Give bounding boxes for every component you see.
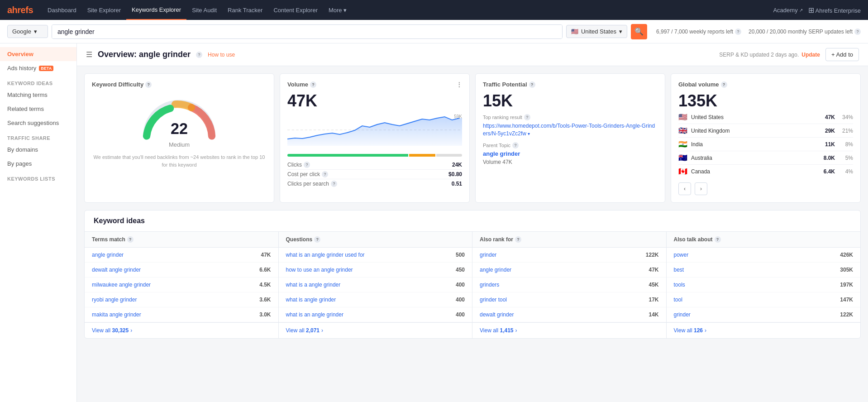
how-to-use-link[interactable]: How to use xyxy=(208,52,235,58)
sidebar-item-related-terms[interactable]: Related terms xyxy=(0,102,76,116)
info-icon[interactable]: ? xyxy=(735,29,741,35)
ki-link[interactable]: angle grinder xyxy=(480,267,511,273)
nav-rank-tracker[interactable]: Rank Tracker xyxy=(222,0,268,20)
nav-content-explorer[interactable]: Content Explorer xyxy=(268,0,323,20)
sidebar-item-ads-history[interactable]: Ads history BETA xyxy=(0,61,76,75)
search-input[interactable] xyxy=(52,25,562,38)
add-to-button[interactable]: + Add to xyxy=(825,48,859,61)
ki-view-all[interactable]: View all 126 › xyxy=(667,322,861,338)
nav-keywords-explorer[interactable]: Keywords Explorer xyxy=(126,0,186,20)
view-all-count: 1,415 xyxy=(500,327,513,334)
ki-link[interactable]: grinder xyxy=(480,252,496,258)
menu-icon[interactable]: ☰ xyxy=(86,50,92,59)
parent-topic-link[interactable]: angle grinder xyxy=(483,150,658,157)
ki-view-all[interactable]: View all 1,415 › xyxy=(472,322,666,338)
chevron-down-icon: ▾ xyxy=(528,131,530,136)
prev-arrow[interactable]: ‹ xyxy=(678,182,691,195)
cpc-row: Cost per click ? $0.80 xyxy=(287,170,462,179)
info-icon[interactable]: ? xyxy=(145,81,152,88)
top-result-url[interactable]: https://www.homedepot.com/b/Tools-Power-… xyxy=(483,122,658,138)
info-icon[interactable]: ? xyxy=(721,81,727,88)
info-icon[interactable]: ? xyxy=(304,162,310,168)
ki-link[interactable]: how to use an angle grinder xyxy=(286,267,353,273)
volume-menu-icon[interactable]: ⋮ xyxy=(456,81,462,88)
sidebar-item-by-pages[interactable]: By pages xyxy=(0,157,76,171)
ki-link[interactable]: power xyxy=(674,252,689,258)
info-icon[interactable]: ? xyxy=(127,236,134,243)
country-volume: 29K xyxy=(825,128,835,134)
ki-link[interactable]: milwaukee angle grinder xyxy=(92,282,151,288)
sidebar-item-matching-terms[interactable]: Matching terms xyxy=(0,88,76,102)
sidebar-item-overview[interactable]: Overview xyxy=(0,47,76,61)
ki-link[interactable]: dewalt angle grinder xyxy=(92,267,141,273)
nav-more[interactable]: More ▾ xyxy=(323,0,352,20)
ki-link[interactable]: makita angle grinder xyxy=(92,311,141,318)
view-all-label: View all 1,415 xyxy=(480,327,514,334)
ki-link[interactable]: grinder tool xyxy=(480,297,507,303)
main-content: ☰ Overview: angle grinder ? How to use S… xyxy=(77,43,868,402)
info-icon[interactable]: ? xyxy=(322,171,328,177)
ki-row: grinders 45K xyxy=(472,278,666,292)
info-icon[interactable]: ? xyxy=(314,236,320,243)
info-icon[interactable]: ? xyxy=(715,236,721,243)
ki-link[interactable]: tools xyxy=(674,282,685,288)
ki-num: 426K xyxy=(840,252,853,258)
info-icon[interactable]: ? xyxy=(310,81,316,88)
ki-col-header: Also rank for ? xyxy=(472,232,666,248)
ki-link[interactable]: angle grinder xyxy=(92,252,124,258)
info-icon[interactable]: ? xyxy=(515,236,521,243)
info-icon[interactable]: ? xyxy=(512,142,519,148)
traffic-value: 15K xyxy=(483,91,658,110)
info-icon[interactable]: ? xyxy=(529,81,535,88)
ki-link[interactable]: ryobi angle grinder xyxy=(92,297,137,303)
view-all-count: 30,325 xyxy=(112,327,129,334)
kd-card: Keyword Difficulty ? 22 xyxy=(84,73,274,203)
country-name: Australia xyxy=(691,155,820,161)
ki-num: 450 xyxy=(456,267,465,273)
ki-view-all[interactable]: View all 2,071 › xyxy=(279,322,472,338)
country-select[interactable]: 🇺🇸 United States ▾ xyxy=(566,25,627,38)
engine-select[interactable]: Google ▾ xyxy=(7,25,48,38)
kd-label: Medium xyxy=(169,141,190,148)
cps-value: 0.51 xyxy=(452,181,462,187)
ki-num: 3.6K xyxy=(259,297,271,303)
sidebar-item-search-suggestions[interactable]: Search suggestions xyxy=(0,116,76,130)
update-link[interactable]: Update xyxy=(801,52,820,58)
logo[interactable]: ahrefs xyxy=(7,5,33,15)
country-volume: 8.0K xyxy=(824,155,835,161)
info-icon[interactable]: ? xyxy=(854,29,861,35)
nav-dashboard[interactable]: Dashboard xyxy=(42,0,82,20)
sidebar-section-keyword-ideas: Keyword ideas xyxy=(0,75,76,88)
ki-row: tool 147K xyxy=(667,292,861,307)
ki-num: 3.0K xyxy=(259,311,271,318)
country-name: Canada xyxy=(691,168,820,175)
cards-row: Keyword Difficulty ? 22 xyxy=(77,66,868,210)
ki-col-header: Terms match ? xyxy=(85,232,278,248)
info-icon[interactable]: ? xyxy=(524,114,530,120)
info-icon[interactable]: ? xyxy=(196,52,202,58)
info-icon[interactable]: ? xyxy=(331,181,337,187)
ki-link[interactable]: what is an angle grinder used for xyxy=(286,252,365,258)
nav-academy[interactable]: Academy ↗ xyxy=(773,7,802,14)
nav-site-explorer[interactable]: Site Explorer xyxy=(82,0,126,20)
ki-link[interactable]: grinders xyxy=(480,282,499,288)
clicks-value: 24K xyxy=(452,162,462,168)
ki-link[interactable]: dewalt grinder xyxy=(480,311,514,318)
ki-link[interactable]: grinder xyxy=(674,311,691,318)
next-arrow[interactable]: › xyxy=(695,182,707,195)
ki-link[interactable]: what is an angle grinder xyxy=(286,311,343,318)
sidebar-item-by-domains[interactable]: By domains xyxy=(0,143,76,157)
beta-badge: BETA xyxy=(39,66,53,71)
ki-link[interactable]: what is angle grinder xyxy=(286,297,336,303)
country-row: 🇮🇳 India 11K 8% xyxy=(678,138,853,151)
search-button[interactable]: 🔍 xyxy=(631,24,647,39)
ki-view-all[interactable]: View all 30,325 › xyxy=(85,322,278,338)
sidebar-section-traffic-share: Traffic share xyxy=(0,130,76,143)
flag-icon: 🇦🇺 xyxy=(678,153,687,162)
ki-link[interactable]: best xyxy=(674,267,684,273)
ki-link[interactable]: what is a angle grinder xyxy=(286,282,341,288)
nav-site-audit[interactable]: Site Audit xyxy=(186,0,222,20)
search-icon: 🔍 xyxy=(634,27,644,36)
ki-link[interactable]: tool xyxy=(674,297,682,303)
clicks-row: Clicks ? 24K xyxy=(287,160,462,170)
